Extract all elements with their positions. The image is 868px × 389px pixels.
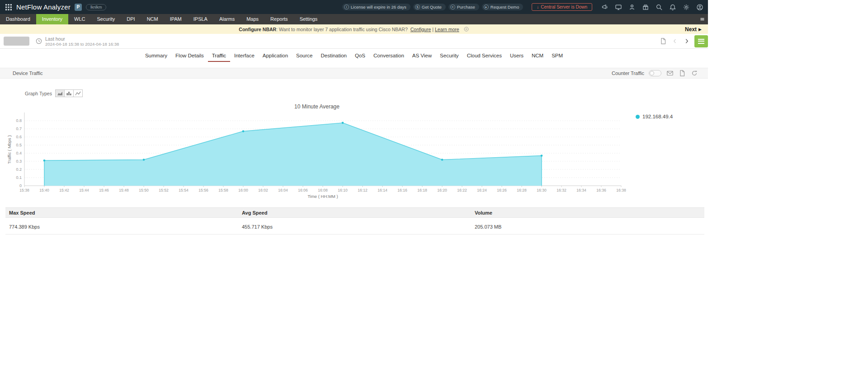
svg-text:16:00: 16:00 [238, 188, 248, 192]
search-icon[interactable] [655, 3, 663, 11]
nav-item-maps[interactable]: Maps [241, 14, 264, 24]
main-nav: DashboardInventoryWLCSecurityDPINCMIPAMI… [0, 14, 708, 24]
tab-as-view[interactable]: AS View [408, 53, 436, 62]
status-badge-request-demo[interactable]: ▸Request Demo [482, 4, 523, 10]
svg-text:15:58: 15:58 [218, 188, 228, 192]
product-badge: P [75, 4, 82, 11]
tab-summary[interactable]: Summary [141, 53, 171, 62]
svg-text:16:06: 16:06 [298, 188, 308, 192]
nav-item-dashboard[interactable]: Dashboard [0, 14, 36, 24]
svg-text:Time ( HH:MM ): Time ( HH:MM ) [307, 194, 338, 199]
tab-qos[interactable]: QoS [351, 53, 369, 62]
svg-text:15:56: 15:56 [198, 188, 208, 192]
demo-icon: ▸ [484, 5, 489, 9]
bell-icon[interactable] [669, 3, 676, 11]
traffic-chart-block: 10 Minute Average 00.10.20.30.40.50.60.7… [0, 103, 708, 200]
nav-item-ipam[interactable]: IPAM [164, 14, 188, 24]
time-period-range: 2024-04-18 15:38 to 2024-04-18 16:38 [45, 42, 119, 47]
nav-item-settings[interactable]: Settings [294, 14, 324, 24]
next-button[interactable]: Next ▶ [685, 24, 702, 34]
svg-text:15:46: 15:46 [99, 188, 109, 192]
cell-max-speed: 774.389 Kbps [5, 224, 238, 230]
tab-interface[interactable]: Interface [230, 53, 259, 62]
chevron-left-icon[interactable] [671, 37, 679, 45]
user-icon[interactable] [628, 3, 636, 11]
device-name-redacted[interactable] [4, 37, 29, 46]
svg-text:16:26: 16:26 [497, 188, 507, 192]
chart-legend[interactable]: 192.168.49.4 [636, 110, 673, 120]
svg-text:15:48: 15:48 [119, 188, 129, 192]
nav-item-dpi[interactable]: DPI [121, 14, 141, 24]
nav-item-wlc[interactable]: WLC [68, 14, 91, 24]
tab-conversation[interactable]: Conversation [369, 53, 408, 62]
gift-icon[interactable] [642, 3, 649, 11]
col-header-max-speed: Max Speed [5, 210, 238, 216]
central-server-button[interactable]: ↓ Central Server is Down [532, 3, 592, 11]
pdf-icon[interactable] [678, 70, 686, 77]
svg-text:16:34: 16:34 [576, 188, 586, 192]
tab-source[interactable]: Source [292, 53, 316, 62]
chart-title: 10 Minute Average [5, 103, 628, 110]
nav-item-ipsla[interactable]: IPSLA [188, 14, 213, 24]
tab-traffic[interactable]: Traffic [208, 53, 230, 62]
col-header-avg-speed: Avg Speed [238, 210, 471, 216]
svg-text:0.6: 0.6 [16, 135, 22, 139]
traffic-chart-svg: 00.10.20.30.40.50.60.70.815:3815:4015:42… [5, 110, 628, 200]
tab-flow-details[interactable]: Flow Details [171, 53, 208, 62]
tab-destination[interactable]: Destination [316, 53, 351, 62]
nav-more-icon[interactable] [699, 16, 705, 23]
tab-cloud-services[interactable]: Cloud Services [463, 53, 506, 62]
svg-text:15:42: 15:42 [59, 188, 69, 192]
clock-icon[interactable] [35, 37, 42, 45]
counter-traffic-label: Counter Traffic [612, 70, 644, 76]
announcement-icon[interactable] [601, 3, 609, 11]
email-icon[interactable] [666, 70, 674, 77]
screen-share-icon[interactable] [614, 3, 622, 11]
traffic-summary-table: Max SpeedAvg SpeedVolume 774.389 Kbps455… [5, 207, 704, 234]
subheader-actions [659, 35, 708, 47]
hamburger-menu-button[interactable] [694, 35, 708, 47]
configure-link[interactable]: Configure [410, 27, 431, 32]
banner-close-icon[interactable] [463, 26, 469, 32]
svg-text:Traffic ( Mbps ): Traffic ( Mbps ) [7, 135, 12, 164]
status-badge-license-will-expire-in-26-days[interactable]: iLicense will expire in 26 days [342, 4, 410, 10]
export-pdf-icon[interactable] [659, 37, 667, 45]
time-period[interactable]: Last hour 2024-04-18 15:38 to 2024-04-18… [45, 36, 119, 47]
svg-text:16:36: 16:36 [596, 188, 606, 192]
graph-type-line-button[interactable] [73, 89, 83, 97]
nav-item-alarms[interactable]: Alarms [213, 14, 241, 24]
tab-users[interactable]: Users [506, 53, 528, 62]
graph-type-bar-button[interactable] [64, 89, 74, 97]
refresh-icon[interactable] [690, 70, 698, 77]
tab-spm[interactable]: SPM [547, 53, 567, 62]
tab-application[interactable]: Application [259, 53, 292, 62]
bar-chart-icon [66, 91, 72, 96]
chevron-right-icon[interactable] [683, 37, 690, 45]
learn-more-link[interactable]: Learn more [435, 27, 459, 32]
profile-icon[interactable] [696, 3, 703, 11]
status-badge-purchase[interactable]: ¤Purchase [448, 4, 479, 10]
tab-ncm[interactable]: NCM [528, 53, 547, 62]
svg-text:0.2: 0.2 [16, 167, 22, 172]
svg-text:15:44: 15:44 [79, 188, 89, 192]
apps-grid-icon[interactable] [5, 3, 12, 11]
status-badge-label: Get Quote [422, 5, 442, 9]
banner-text: : Want to monitor layer 7 application tr… [276, 27, 409, 32]
banner-title: Configure NBAR [239, 27, 276, 32]
status-badge-get-quote[interactable]: $Get Quote [413, 4, 446, 10]
graph-type-area-button[interactable] [55, 89, 65, 97]
main-nav-items: DashboardInventoryWLCSecurityDPINCMIPAMI… [0, 14, 323, 24]
area-chart-icon [57, 91, 63, 96]
nav-item-ncm[interactable]: NCM [141, 14, 164, 24]
counter-traffic-toggle[interactable] [649, 70, 661, 76]
gear-icon[interactable] [682, 3, 690, 11]
device-pill[interactable]: lknlkm [86, 4, 107, 10]
svg-text:16:22: 16:22 [457, 188, 467, 192]
nav-item-inventory[interactable]: Inventory [36, 14, 68, 24]
svg-text:0.8: 0.8 [16, 118, 22, 123]
status-badges: iLicense will expire in 26 days$Get Quot… [340, 4, 523, 10]
tab-security[interactable]: Security [436, 53, 463, 62]
nav-item-security[interactable]: Security [91, 14, 121, 24]
nav-item-reports[interactable]: Reports [264, 14, 294, 24]
banner-separator: | [432, 27, 434, 32]
